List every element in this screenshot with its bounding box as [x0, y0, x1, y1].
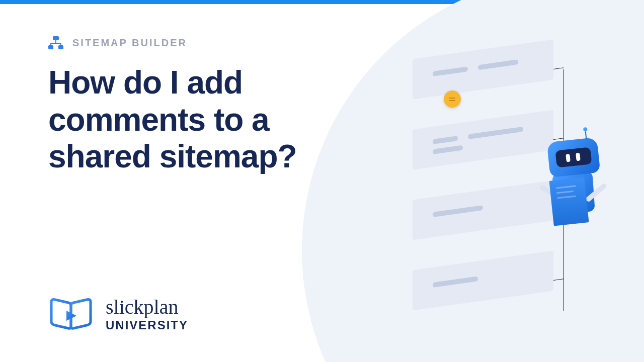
brand-subtitle: UNIVERSITY [106, 319, 188, 331]
slide-stage: SITEMAP BUILDER How do I add comments to… [0, 4, 644, 362]
list-card [413, 110, 553, 169]
list-card [413, 250, 553, 310]
eyebrow-row: SITEMAP BUILDER [48, 36, 322, 49]
eyebrow-label: SITEMAP BUILDER [72, 37, 187, 49]
brand-lockup: slickplan UNIVERSITY [48, 297, 188, 332]
list-card [413, 39, 553, 99]
comment-pin-icon [444, 90, 461, 108]
sitemap-icon [48, 36, 63, 49]
text-content: SITEMAP BUILDER How do I add comments to… [0, 4, 322, 175]
video-book-icon [48, 297, 94, 332]
brand-text: slickplan UNIVERSITY [106, 297, 188, 331]
illustration [392, 39, 624, 321]
robot-illustration [533, 140, 614, 240]
brand-name: slickplan [106, 297, 188, 317]
list-card [413, 180, 553, 240]
slide-title: How do I add comments to a shared sitema… [48, 64, 322, 175]
